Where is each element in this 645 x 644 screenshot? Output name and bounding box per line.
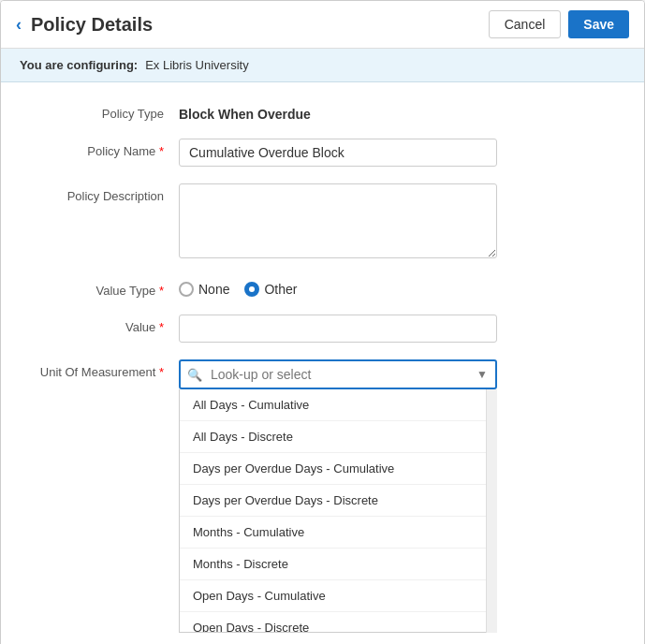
header: ‹ Policy Details Cancel Save bbox=[1, 1, 644, 49]
value-input[interactable] bbox=[179, 315, 497, 343]
back-icon[interactable]: ‹ bbox=[16, 15, 22, 35]
search-icon: 🔍 bbox=[187, 368, 202, 382]
cancel-button[interactable]: Cancel bbox=[489, 10, 562, 38]
policy-name-row: Policy Name * bbox=[29, 139, 616, 167]
policy-type-value: Block When Overdue bbox=[179, 101, 616, 122]
policy-type-value-wrap: Block When Overdue bbox=[179, 101, 616, 122]
header-left: ‹ Policy Details bbox=[16, 14, 153, 36]
unit-of-measurement-required: * bbox=[159, 365, 164, 379]
policy-description-label: Policy Description bbox=[29, 183, 179, 203]
unit-of-measurement-label: Unit Of Measurement * bbox=[29, 359, 179, 379]
value-required: * bbox=[159, 320, 164, 334]
value-type-control-wrap: None Other bbox=[179, 278, 616, 297]
radio-none-circle bbox=[179, 282, 194, 297]
policy-description-input[interactable] bbox=[179, 183, 497, 258]
list-item[interactable]: Months - Discrete bbox=[180, 549, 486, 580]
list-item[interactable]: Months - Cumulative bbox=[180, 517, 486, 549]
value-type-label: Value Type * bbox=[29, 278, 179, 298]
list-item[interactable]: Days per Overdue Days - Cumulative bbox=[180, 453, 486, 485]
policy-name-required: * bbox=[159, 144, 164, 158]
radio-other-label: Other bbox=[264, 282, 297, 297]
page-title: Policy Details bbox=[31, 14, 153, 36]
scrollbar-track[interactable] bbox=[486, 389, 497, 633]
dropdown-list: All Days - CumulativeAll Days - Discrete… bbox=[179, 389, 486, 633]
chevron-down-icon: ▼ bbox=[476, 368, 488, 381]
list-item[interactable]: Days per Overdue Days - Discrete bbox=[180, 485, 486, 517]
value-row: Value * bbox=[29, 315, 616, 343]
policy-description-input-wrap bbox=[179, 183, 616, 261]
list-item[interactable]: All Days - Cumulative bbox=[180, 389, 486, 421]
unit-of-measurement-control-wrap: 🔍 ▼ All Days - CumulativeAll Days - Disc… bbox=[179, 359, 616, 633]
dropdown-items-wrap: All Days - CumulativeAll Days - Discrete… bbox=[179, 389, 486, 633]
config-value: Ex Libris University bbox=[145, 58, 249, 72]
list-item[interactable]: Open Days - Cumulative bbox=[180, 580, 486, 612]
header-buttons: Cancel Save bbox=[489, 10, 629, 38]
radio-group: None Other bbox=[179, 278, 616, 297]
dropdown-container: All Days - CumulativeAll Days - Discrete… bbox=[179, 389, 497, 633]
policy-type-label: Policy Type bbox=[29, 101, 179, 121]
config-bar: You are configuring: Ex Libris Universit… bbox=[1, 49, 644, 82]
list-item[interactable]: All Days - Discrete bbox=[180, 421, 486, 453]
value-type-required: * bbox=[159, 284, 164, 298]
radio-other[interactable]: Other bbox=[244, 282, 297, 297]
list-item[interactable]: Open Days - Discrete bbox=[180, 612, 486, 633]
policy-type-row: Policy Type Block When Overdue bbox=[29, 101, 616, 122]
value-label: Value * bbox=[29, 315, 179, 334]
lookup-wrap: 🔍 ▼ bbox=[179, 359, 497, 389]
lookup-input[interactable] bbox=[179, 359, 497, 389]
value-type-row: Value Type * None Other bbox=[29, 278, 616, 298]
unit-of-measurement-row: Unit Of Measurement * 🔍 ▼ All Days - Cum… bbox=[29, 359, 616, 633]
policy-name-input-wrap bbox=[179, 139, 616, 167]
policy-name-label: Policy Name * bbox=[29, 139, 179, 158]
radio-other-circle bbox=[244, 282, 259, 297]
policy-description-row: Policy Description bbox=[29, 183, 616, 261]
form-body: Policy Type Block When Overdue Policy Na… bbox=[1, 82, 644, 644]
radio-none-label: None bbox=[198, 282, 229, 297]
radio-none[interactable]: None bbox=[179, 282, 229, 297]
policy-name-input[interactable] bbox=[179, 139, 497, 167]
value-input-wrap bbox=[179, 315, 616, 343]
save-button[interactable]: Save bbox=[568, 10, 629, 38]
policy-details-window: ‹ Policy Details Cancel Save You are con… bbox=[0, 0, 645, 644]
config-label: You are configuring: bbox=[20, 58, 138, 72]
